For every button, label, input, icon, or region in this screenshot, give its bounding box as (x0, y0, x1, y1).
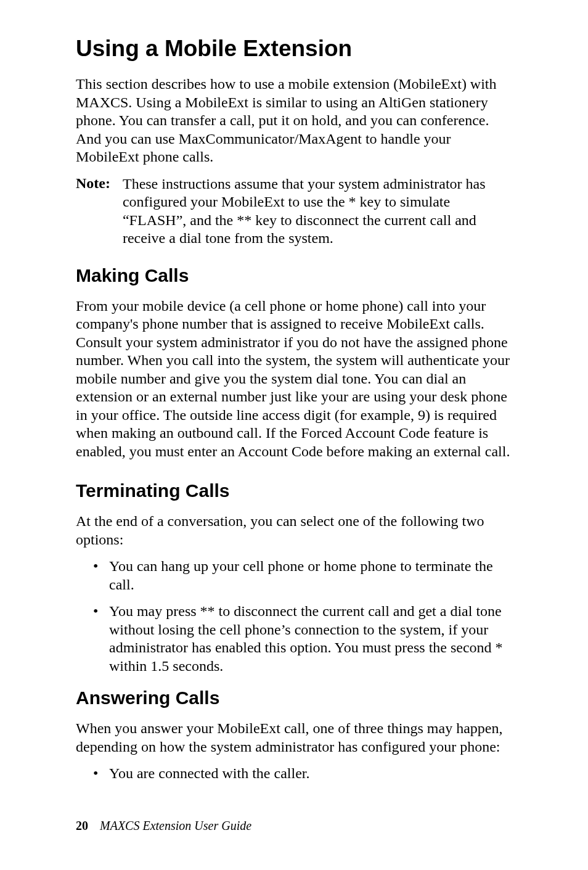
terminating-calls-body: At the end of a conversation, you can se… (76, 512, 515, 549)
intro-paragraph: This section describes how to use a mobi… (76, 75, 515, 166)
list-item-text: You can hang up your cell phone or home … (109, 557, 515, 594)
bullet-icon: • (93, 602, 109, 621)
section-heading: Using a Mobile Extension (76, 36, 515, 62)
answering-calls-heading: Answering Calls (76, 687, 515, 708)
terminating-calls-heading: Terminating Calls (76, 480, 515, 501)
list-item: • You can hang up your cell phone or hom… (76, 557, 515, 594)
footer-title: MAXCS Extension User Guide (100, 819, 251, 832)
page-number: 20 (76, 819, 88, 832)
terminating-list: • You can hang up your cell phone or hom… (76, 557, 515, 675)
bullet-icon: • (93, 765, 109, 783)
making-calls-body: From your mobile device (a cell phone or… (76, 297, 515, 461)
note-text: These instructions assume that your syst… (123, 175, 515, 248)
list-item-text: You are connected with the caller. (109, 765, 515, 783)
bullet-icon: • (93, 557, 109, 576)
answering-calls-body: When you answer your MobileExt call, one… (76, 720, 515, 756)
list-item: • You may press ** to disconnect the cur… (76, 602, 515, 675)
note-label: Note: (76, 175, 123, 192)
answering-list: • You are connected with the caller. (76, 765, 515, 783)
list-item: • You are connected with the caller. (76, 765, 515, 783)
page-footer: 20 MAXCS Extension User Guide (76, 819, 251, 833)
list-item-text: You may press ** to disconnect the curre… (109, 602, 515, 675)
making-calls-heading: Making Calls (76, 265, 515, 286)
document-page: Using a Mobile Extension This section de… (0, 0, 588, 870)
note-block: Note: These instructions assume that you… (76, 175, 515, 248)
